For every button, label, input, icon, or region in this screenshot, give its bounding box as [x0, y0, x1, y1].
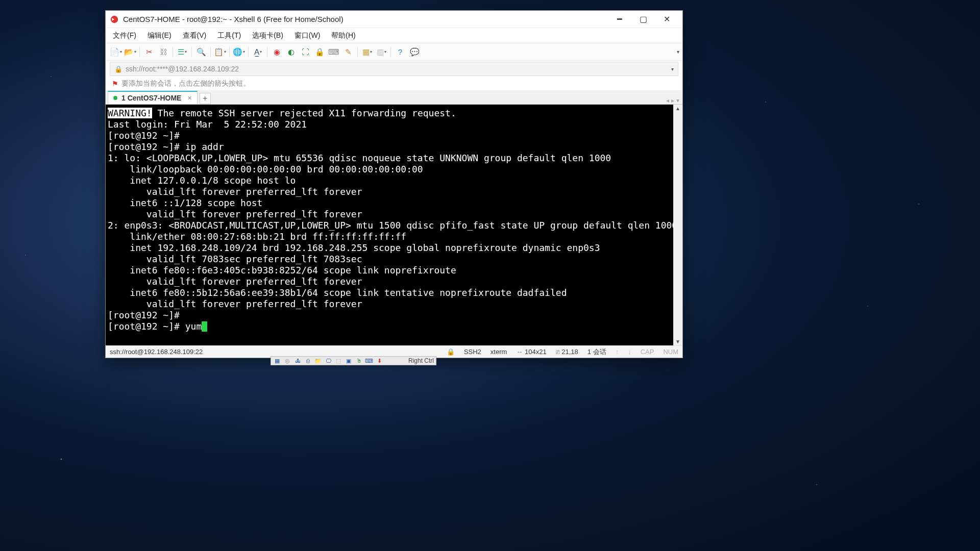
tab-next-button[interactable]: ▸	[671, 97, 674, 104]
terminal-prompt: [root@192 ~]#	[108, 321, 185, 332]
status-down-icon: ↓	[628, 348, 631, 356]
lock-button[interactable]: 🔒	[313, 46, 326, 58]
new-tab-button[interactable]: +	[200, 93, 211, 104]
status-term: xterm	[491, 348, 507, 356]
vm-key-icon[interactable]: ⌨	[365, 357, 373, 364]
cursor-pos-icon: ⎚	[556, 348, 562, 356]
chat-button[interactable]: 💬	[408, 46, 421, 58]
layout-button[interactable]: ▦▾	[361, 46, 373, 58]
disconnect-button[interactable]: ⛓	[157, 46, 169, 58]
menu-view[interactable]: 查看(V)	[181, 30, 209, 41]
menu-file[interactable]: 文件(F)	[111, 30, 138, 41]
tab-centos7-home[interactable]: 1 CentOS7-HOME ×	[108, 91, 198, 104]
window-title: CentOS7-HOME - root@192:~ - Xshell 6 (Fr…	[123, 15, 608, 23]
tab-bar: 1 CentOS7-HOME × + ◂ ▸ ▾	[106, 90, 682, 105]
terminal-output: Last login: Fri Mar 5 22:52:00 2021 [roo…	[108, 119, 673, 320]
titlebar[interactable]: CentOS7-HOME - root@192:~ - Xshell 6 (Fr…	[106, 11, 682, 28]
status-pos: 21,18	[561, 348, 578, 356]
panel-button[interactable]: ▥▾	[375, 46, 387, 58]
vm-shared-icon[interactable]: 📁	[314, 357, 322, 364]
flag-icon: ⚑	[112, 80, 118, 88]
resize-icon: ↔	[516, 348, 525, 356]
help-button[interactable]: ?	[394, 46, 406, 58]
xshell-window: CentOS7-HOME - root@192:~ - Xshell 6 (Fr…	[105, 10, 683, 358]
vm-display-icon[interactable]: 🖵	[324, 357, 332, 364]
status-connection: ssh://root@192.168.248.109:22	[110, 348, 203, 356]
reconnect-button[interactable]: ✂	[143, 46, 155, 58]
address-bar[interactable]: 🔒 ssh://root:****@192.168.248.109:22 ▾	[110, 62, 678, 76]
menu-tools[interactable]: 工具(T)	[215, 30, 243, 41]
vm-cpu-icon[interactable]: ▣	[345, 357, 353, 364]
terminal-area: WARNING! The remote SSH server rejected …	[106, 105, 682, 345]
menu-tabs[interactable]: 选项卡(B)	[250, 30, 285, 41]
tab-menu-button[interactable]: ▾	[676, 97, 679, 104]
status-protocol: SSH2	[464, 348, 481, 356]
minimize-button[interactable]: ━	[608, 11, 631, 28]
scroll-down-icon[interactable]: ▼	[675, 339, 680, 344]
properties-button[interactable]: ☰▾	[176, 46, 188, 58]
lock-icon: 🔒	[114, 65, 122, 73]
address-text: ssh://root:****@192.168.248.109:22	[126, 65, 239, 73]
warning-label: WARNING!	[108, 108, 152, 118]
vm-mouse-icon[interactable]: 🖱	[355, 357, 363, 364]
status-size: 104x21	[525, 348, 547, 356]
close-button[interactable]: ✕	[655, 11, 678, 28]
hint-text: 要添加当前会话，点击左侧的箭头按钮。	[121, 79, 250, 88]
font-button[interactable]: A̲▾	[252, 46, 264, 58]
xshell-icon[interactable]: ◉	[271, 46, 283, 58]
vm-record-icon[interactable]: ⬚	[334, 357, 342, 364]
menu-help[interactable]: 帮助(H)	[329, 30, 357, 41]
toolbar-overflow[interactable]: ▾	[677, 49, 679, 55]
maximize-button[interactable]: ▢	[631, 11, 655, 28]
find-button[interactable]: 🔍	[195, 46, 207, 58]
copy-button[interactable]: 📋▾	[214, 46, 226, 58]
new-session-button[interactable]: 📄▾	[110, 46, 122, 58]
tab-close-button[interactable]: ×	[187, 94, 191, 102]
globe-button[interactable]: 🌐▾	[233, 46, 245, 58]
vm-hostkey-icon[interactable]: ⬇	[375, 357, 383, 364]
status-lock-icon: 🔒	[447, 348, 455, 356]
address-dropdown[interactable]: ▾	[671, 66, 674, 72]
cursor	[202, 321, 207, 332]
status-sessions: 1 会话	[587, 347, 606, 357]
xftp-icon[interactable]: ◐	[285, 46, 297, 58]
status-caps: CAP	[641, 348, 654, 356]
scroll-up-icon[interactable]: ▲	[675, 106, 680, 111]
toolbar: 📄▾ 📂▾ ✂ ⛓ ☰▾ 🔍 📋▾ 🌐▾ A̲▾ ◉ ◐ ⛶ 🔒 ⌨ ✎ ▦▾ …	[106, 43, 682, 61]
highlight-button[interactable]: ✎	[342, 46, 354, 58]
virtualbox-statusbar: ▦ ◎ 🖧 ⎙ 📁 🖵 ⬚ ▣ 🖱 ⌨ ⬇ Right Ctrl	[271, 356, 436, 365]
vm-net-icon[interactable]: 🖧	[293, 357, 302, 364]
menu-window[interactable]: 窗口(W)	[292, 30, 323, 41]
vm-cd-icon[interactable]: ◎	[283, 357, 291, 364]
scrollbar[interactable]: ▲ ▼	[673, 105, 682, 345]
menu-edit[interactable]: 编辑(E)	[145, 30, 174, 41]
open-button[interactable]: 📂▾	[124, 46, 136, 58]
terminal-typed: yum	[185, 321, 202, 332]
tab-label: 1 CentOS7-HOME	[121, 94, 181, 102]
status-up-icon: ↑	[616, 348, 619, 356]
menubar: 文件(F) 编辑(E) 查看(V) 工具(T) 选项卡(B) 窗口(W) 帮助(…	[106, 28, 682, 43]
keyboard-button[interactable]: ⌨	[328, 46, 340, 58]
hint-bar: ⚑ 要添加当前会话，点击左侧的箭头按钮。	[106, 77, 682, 90]
status-dot-icon	[113, 96, 117, 100]
terminal[interactable]: WARNING! The remote SSH server rejected …	[106, 105, 673, 345]
vm-usb-icon[interactable]: ⎙	[304, 357, 312, 364]
fullscreen-button[interactable]: ⛶	[299, 46, 311, 58]
vm-hostkey-label: Right Ctrl	[405, 357, 434, 364]
vm-hdd-icon[interactable]: ▦	[273, 357, 281, 364]
app-icon	[110, 15, 119, 24]
warning-text: The remote SSH server rejected X11 forwa…	[152, 108, 456, 118]
status-num: NUM	[663, 348, 678, 356]
tab-prev-button[interactable]: ◂	[666, 97, 669, 104]
